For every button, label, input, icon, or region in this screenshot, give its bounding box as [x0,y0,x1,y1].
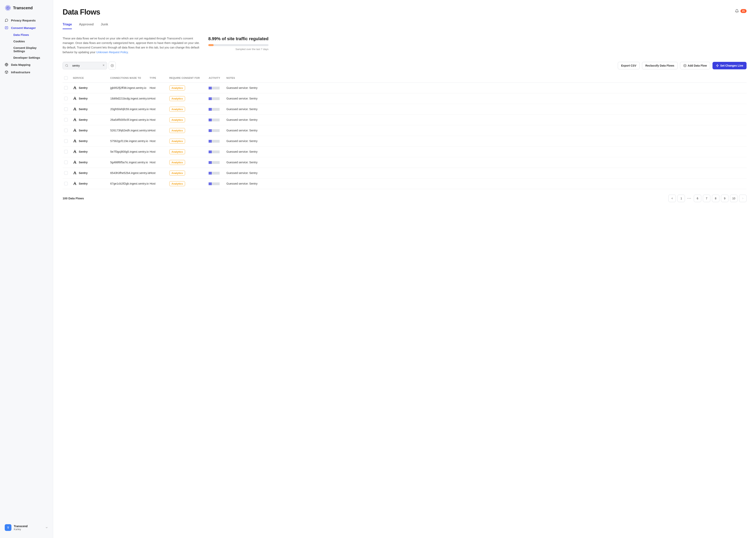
page-8-button[interactable]: 8 [712,195,719,202]
flow-type: Host [150,171,169,175]
connection-host: 20gh50ehjfc59.ingest.sentry.io [110,108,150,111]
activity-sparkline [209,86,226,89]
activity-sparkline [209,139,226,143]
svg-line-8 [67,66,68,67]
sentry-icon [73,129,77,133]
consent-tag[interactable]: Analytics [169,139,185,144]
sidebar-subitem-data-flows[interactable]: Data Flows [11,31,51,38]
service-name: Sentry [79,129,88,132]
page-7-button[interactable]: 7 [703,195,710,202]
next-page-button[interactable] [739,195,746,202]
consent-tag[interactable]: Analytics [169,160,185,165]
col-service[interactable]: Service [73,77,110,80]
service-name: Sentry [79,97,88,100]
col-consent[interactable]: Require Consent For [169,77,209,80]
sidebar-item-data-mapping[interactable]: Data Mapping [2,61,51,68]
connection-host: 6543h3fhe52b4.ingest.sentry.io [110,171,150,175]
col-connections[interactable]: Connections Made To [110,77,150,80]
notification-badge[interactable]: 21 [740,9,746,13]
consent-tag[interactable]: Analytics [169,171,185,176]
speech-icon [5,19,8,22]
stats-subtitle: Sampled over the last 7 days [208,48,268,51]
prev-page-button[interactable] [668,195,676,202]
connection-host: 57562gcf119e.ingest.sentry.io [110,139,150,143]
consent-tag[interactable]: Analytics [169,117,185,122]
page-6-button[interactable]: 6 [694,195,701,202]
consent-tag[interactable]: Analytics [169,96,185,101]
consent-tag[interactable]: Analytics [169,85,185,90]
service-name: Sentry [79,161,88,164]
row-checkbox[interactable] [64,86,68,90]
activity-sparkline [209,97,226,100]
connection-host: 5g488f6f5a7ic.ingest.sentry.io [110,161,150,164]
stats-headline: 8.99% of site traffic regulated [208,36,268,41]
col-type[interactable]: Type [150,77,169,80]
tab-triage[interactable]: Triage [63,21,72,29]
col-notes[interactable]: Notes [226,77,745,80]
row-checkbox[interactable] [64,139,68,143]
row-checkbox[interactable] [64,150,68,153]
table-row[interactable]: Sentry20gh50ehjfc59.ingest.sentry.ioHost… [63,104,746,115]
page-1-button[interactable]: 1 [678,195,685,202]
sidebar-subitem-cookies[interactable]: Cookies [11,38,51,44]
add-data-flow-button[interactable]: Add Data Flow [680,62,710,69]
page-10-button[interactable]: 10 [730,195,737,202]
row-checkbox[interactable] [64,107,68,111]
sidebar-item-consent-manager[interactable]: Consent Manager [2,24,51,31]
flow-type: Host [150,150,169,153]
table-row[interactable]: Sentry5e7f3gcj800g5.ingest.sentry.ioHost… [63,146,746,157]
activity-sparkline [209,150,226,153]
select-all-checkbox[interactable] [64,76,68,80]
consent-tag[interactable]: Analytics [169,149,185,154]
avatar: T [5,524,11,531]
row-checkbox[interactable] [64,129,68,132]
table-row[interactable]: Sentry67ge1cb2if2gb.ingest.sentry.ioHost… [63,179,746,189]
table-row[interactable]: Sentry57562gcf119e.ingest.sentry.ioHostA… [63,136,746,146]
sentry-icon [73,118,77,122]
chevron-left-icon [671,197,674,200]
tabs: Triage Approved Junk [63,21,746,29]
row-checkbox[interactable] [64,161,68,164]
clear-search-button[interactable] [100,63,107,68]
table-row[interactable]: Sentry6543h3fhe52b4.ingest.sentry.ioHost… [63,168,746,179]
page-9-button[interactable]: 9 [721,195,729,202]
user-org: Transcend [14,525,43,528]
sidebar-subitem-consent-display[interactable]: Consent Display Settings [11,44,51,54]
sentry-icon [73,139,77,143]
add-filter-button[interactable] [109,62,116,70]
brand-logo[interactable]: Transcend [0,5,53,17]
table-row[interactable]: Sentry526173hj62edh.ingest.sentry.ioHost… [63,125,746,136]
table-row[interactable]: Sentry1ib89d221bcdg.ingest.sentry.ioHost… [63,93,746,104]
sentry-icon [73,86,77,90]
row-notes: Guessed service: Sentry [226,182,745,185]
table-row[interactable]: Sentry26a54f5005c5f.ingest.sentry.ioHost… [63,115,746,125]
table-row[interactable]: Sentry5g488f6f5a7ic.ingest.sentry.ioHost… [63,157,746,168]
consent-tag[interactable]: Analytics [169,181,185,186]
row-checkbox[interactable] [64,182,68,186]
search-input[interactable] [71,62,100,69]
export-csv-button[interactable]: Export CSV [618,62,639,69]
row-checkbox[interactable] [64,97,68,100]
tab-approved[interactable]: Approved [79,21,94,29]
sentry-icon [73,150,77,154]
nav-label: Privacy Requests [11,19,36,22]
table-row[interactable]: Sentryjgb952fj2ff38.ingest.sentry.ioHost… [63,83,746,93]
user-menu[interactable]: T Transcend Karley [0,522,53,533]
reclassify-button[interactable]: Reclassify Data Flows [642,62,678,69]
connection-host: jgb952fj2ff38.ingest.sentry.io [110,86,150,89]
set-changes-live-button[interactable]: Set Changes Live [713,62,746,69]
row-checkbox[interactable] [64,171,68,175]
unknown-request-policy-link[interactable]: Unknown Request Policy [96,51,128,54]
service-name: Sentry [79,108,88,111]
sidebar-subitem-developer-settings[interactable]: Developer Settings [11,54,51,61]
sidebar-item-privacy-requests[interactable]: Privacy Requests [2,17,51,24]
row-checkbox[interactable] [64,118,68,122]
sentry-icon [73,107,77,111]
sidebar-item-infrastructure[interactable]: Infrastructure [2,68,51,76]
row-notes: Guessed service: Sentry [226,150,745,153]
bell-icon[interactable] [735,9,739,13]
consent-tag[interactable]: Analytics [169,128,185,133]
tab-junk[interactable]: Junk [101,21,108,29]
consent-tag[interactable]: Analytics [169,107,185,112]
col-activity[interactable]: Activity [209,77,226,80]
